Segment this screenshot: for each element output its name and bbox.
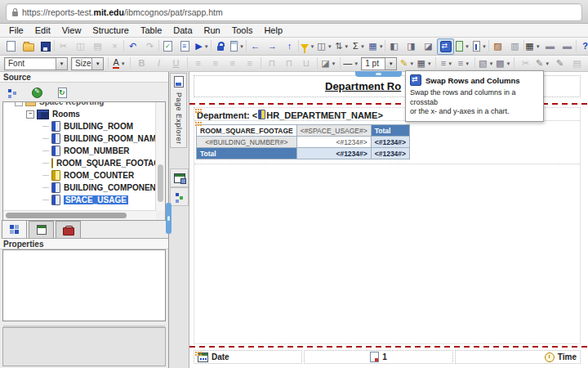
background-color-button[interactable]: ◪▼ <box>320 56 337 72</box>
crosstab-container[interactable]: ROOM_SQUARE_FOOTAGE<#SPACE_USAGE#>Total<… <box>194 121 580 164</box>
pickup-style-button[interactable]: ✎▼ <box>534 56 551 72</box>
pane-tab-data-items[interactable] <box>29 221 54 238</box>
menu-view[interactable]: View <box>56 25 87 36</box>
align-left-button[interactable]: ≡ <box>189 56 207 72</box>
dropdown-arrow-icon[interactable]: ▼ <box>354 61 359 66</box>
pane-splitter-handle[interactable] <box>166 203 172 234</box>
dropdown-arrow-icon[interactable]: ▼ <box>239 44 244 49</box>
redo-button[interactable]: ↷ <box>141 38 158 55</box>
crosstab-cell[interactable]: <#1234#> <box>296 137 371 148</box>
footer-date-cell[interactable]: Date <box>194 350 302 364</box>
borders-button[interactable]: ▦▼ <box>416 56 433 72</box>
dropdown-arrow-icon[interactable]: ▼ <box>409 61 414 66</box>
pane-tab-source[interactable] <box>2 220 27 238</box>
tree-item-space-usage[interactable]: SPACE_USAGE <box>3 194 165 206</box>
menu-edit[interactable]: Edit <box>29 25 56 36</box>
tree-item-building-room[interactable]: BUILDING_ROOM <box>3 120 165 132</box>
dropdown-arrow-icon[interactable]: ▼ <box>465 61 470 66</box>
tree-item-building-component[interactable]: BUILDING_COMPONENT <box>3 182 165 194</box>
tree-hscroll-thumb[interactable] <box>6 213 127 218</box>
apply-style-button[interactable]: ✎ <box>551 56 568 72</box>
delete-button[interactable]: × <box>106 38 123 55</box>
go-up-button[interactable]: ↑ <box>281 38 298 55</box>
toolbar-splitter-handle[interactable] <box>355 71 402 77</box>
back-button[interactable]: ← <box>247 38 264 55</box>
footer-time-cell[interactable]: Time <box>455 350 581 364</box>
dropdown-arrow-icon[interactable]: ▼ <box>465 44 470 49</box>
border-color-button[interactable]: ✎▼ <box>399 56 416 72</box>
tree-expander-icon[interactable]: − <box>15 102 23 106</box>
dropdown-arrow-icon[interactable]: ▼ <box>360 44 365 49</box>
page-header-button[interactable]: ◧ <box>385 38 403 55</box>
pane-tab-toolbox[interactable] <box>56 221 81 238</box>
new-report-button[interactable] <box>2 38 20 55</box>
page-footer-button[interactable]: ◪ <box>420 38 437 55</box>
condition-explorer-button[interactable] <box>170 187 189 206</box>
dropdown-arrow-icon[interactable]: ▼ <box>506 61 510 66</box>
dropdown-arrow-icon[interactable]: ▼ <box>545 61 550 66</box>
merge-cells-button[interactable]: ▬ <box>559 38 576 55</box>
crosstab-cell[interactable]: Total <box>371 125 409 137</box>
font-family-select[interactable]: Font▼ <box>4 57 68 70</box>
tree-expander-icon[interactable]: − <box>26 110 34 119</box>
crosstab-cell[interactable]: <#1234#> <box>296 148 371 159</box>
drag-handle-dots[interactable] <box>195 352 197 353</box>
relationships-button[interactable] <box>3 84 20 101</box>
valign-bottom-button[interactable]: ⊔ <box>298 56 315 72</box>
copy-format-button[interactable]: ▥ <box>506 38 523 55</box>
tree-item-building-room-name[interactable]: BUILDING_ROOM_NAME <box>3 132 165 145</box>
suppress-button[interactable]: ◫▼ <box>316 38 333 55</box>
footer-page-number-cell[interactable]: 1 <box>304 350 453 364</box>
drill-button[interactable]: ▦▼ <box>368 38 385 55</box>
dropdown-arrow-icon[interactable]: ▼ <box>121 61 126 66</box>
view-xml-button[interactable] <box>176 38 194 55</box>
valign-top-button[interactable]: ⊓ <box>264 56 281 72</box>
sort-button[interactable]: ⇅▼ <box>333 38 350 55</box>
menu-structure[interactable]: Structure <box>87 25 135 36</box>
clear-formatting-button[interactable]: ✂ <box>517 56 534 72</box>
tree-item-room-number[interactable]: ROOM_NUMBER <box>3 145 165 157</box>
dropdown-arrow-icon[interactable]: ▼ <box>488 61 493 66</box>
dropdown-arrow-icon[interactable]: ▼ <box>427 61 432 66</box>
swap-rows-columns-button[interactable] <box>437 38 454 55</box>
help-button[interactable]: ? <box>577 38 588 55</box>
open-report-button[interactable] <box>20 38 37 55</box>
list-style-bullet-button[interactable]: ≡▼ <box>455 56 472 72</box>
font-size-select[interactable]: Size▼ <box>71 57 104 70</box>
menu-file[interactable]: File <box>3 25 29 36</box>
page-body-block[interactable]: Department: <HR_DEPARTMENT_NAME> ROOM_SQ… <box>194 107 581 344</box>
apply-template-button[interactable]: ▨ <box>489 38 506 55</box>
layout-button[interactable]: ▼ <box>229 38 246 55</box>
report-title[interactable]: Department Ro <box>325 80 401 92</box>
tree-item-room-counter[interactable]: ROOM_COUNTER <box>3 169 165 182</box>
crosstab-cell[interactable]: <#1234#> <box>371 148 409 159</box>
tree-vertical-scrollbar[interactable] <box>155 102 165 211</box>
style-variable-button[interactable]: ▧▼ <box>478 56 495 72</box>
tree-item-room-square-footage[interactable]: ROOM_SQUARE_FOOTAGE <box>3 157 165 169</box>
validate-report-button[interactable] <box>159 38 176 55</box>
underline-button[interactable]: U <box>167 56 185 72</box>
menu-table[interactable]: Table <box>135 25 167 36</box>
drag-handle-dots[interactable] <box>195 122 197 123</box>
paste-button[interactable]: ▤ <box>89 38 106 55</box>
valign-middle-button[interactable]: ⊓ <box>281 56 298 72</box>
dropdown-arrow-icon[interactable]: ▼ <box>91 58 103 70</box>
tree-item-space-reporting[interactable]: −Space Reporting <box>3 102 165 108</box>
forward-button[interactable]: → <box>264 38 281 55</box>
filter-button[interactable]: ▼ <box>299 38 316 55</box>
cut-button[interactable]: ✂ <box>55 38 72 55</box>
line-style-button[interactable]: —▼ <box>342 56 359 72</box>
query-explorer-button[interactable] <box>170 168 189 187</box>
menu-tools[interactable]: Tools <box>226 25 259 36</box>
save-report-button[interactable] <box>37 38 54 55</box>
dropdown-arrow-icon[interactable]: ▼ <box>482 44 487 49</box>
run-report-button[interactable]: ▶▼ <box>194 38 211 55</box>
refresh-metadata-button[interactable] <box>54 84 71 101</box>
undo-button[interactable]: ↶ <box>124 38 141 55</box>
dropdown-arrow-icon[interactable]: ▼ <box>448 61 452 66</box>
crosstab-cell[interactable]: ROOM_SQUARE_FOOTAGE <box>197 125 297 137</box>
tree-vscroll-thumb[interactable] <box>158 164 163 202</box>
dropdown-arrow-icon[interactable]: ▼ <box>536 44 541 49</box>
dropdown-arrow-icon[interactable]: ▼ <box>344 44 349 49</box>
list-style-number-button[interactable]: ≡▼ <box>438 56 455 72</box>
